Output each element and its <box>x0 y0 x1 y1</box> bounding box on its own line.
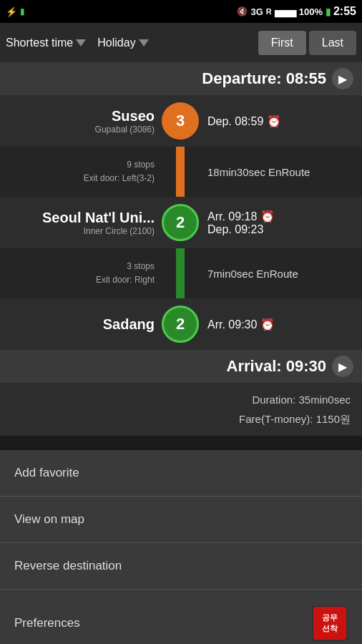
mute-icon: 🔇 <box>237 6 248 16</box>
sadang-badge: 2 <box>162 306 199 343</box>
filter-holiday-dropdown-icon <box>139 39 149 47</box>
summary-section: Duration: 35min0sec Fare(T-money): 1150원 <box>0 383 362 436</box>
station-snu-row: Seoul Nat'l Uni... Inner Circle (2100) 2… <box>0 197 362 248</box>
last-button[interactable]: Last <box>309 31 356 55</box>
duration-text: Duration: 35min0sec <box>11 390 351 409</box>
segment-1-stops: 9 stops Exit door: Left(3-2) <box>0 158 162 185</box>
suseo-dep-time: Dep. 08:59 ⏰ <box>207 114 362 128</box>
arrival-header: Arrival: 09:30 ▶ <box>0 350 362 383</box>
station-suseo-row: Suseo Gupabal (3086) 3 Dep. 08:59 ⏰ <box>0 95 362 147</box>
suseo-clock-icon: ⏰ <box>267 115 281 127</box>
snu-info: Seoul Nat'l Uni... Inner Circle (2100) <box>0 210 162 236</box>
departure-header: Departure: 08:55 ▶ <box>0 62 362 95</box>
nav-bar: Shortest time Holiday First Last <box>0 23 362 62</box>
network-label: 3G <box>250 6 263 17</box>
filter-shortest-label: Shortest time <box>6 36 73 49</box>
sadang-arr-time: Arr. 09:30 ⏰ <box>207 318 362 331</box>
preferences-item[interactable]: Preferences 공무 선착 <box>0 590 362 644</box>
fare-text: Fare(T-money): 1150원 <box>11 409 351 429</box>
segment-2-enroute: 7min0sec EnRoute <box>199 268 362 280</box>
segment-2-line-container <box>162 248 199 298</box>
roaming-label: R <box>266 7 272 16</box>
sadang-line-num: 2 <box>176 315 185 333</box>
sadang-time: Arr. 09:30 ⏰ <box>199 318 362 331</box>
snu-dep-time: Dep. 09:23 <box>207 223 362 236</box>
segment-2-line <box>176 248 185 298</box>
ad-logo: 공무 선착 <box>313 607 346 640</box>
ad-panel: 공무 선착 <box>312 605 348 641</box>
nav-filter: Shortest time Holiday <box>6 36 253 49</box>
sadang-name: Sadang <box>0 316 155 333</box>
filter-holiday-label: Holiday <box>97 36 135 49</box>
battery-label: 100% <box>299 6 323 17</box>
status-left: ⚡ ▮ <box>6 6 25 17</box>
suseo-sub: Gupabal (3086) <box>0 125 155 135</box>
snu-sub: Inner Circle (2100) <box>0 226 155 236</box>
suseo-time: Dep. 08:59 ⏰ <box>199 114 362 128</box>
segment-1-line-container <box>162 147 199 197</box>
departure-label: Departure: 08:55 <box>202 69 326 88</box>
battery-icon: ▮ <box>326 6 331 17</box>
filter-holiday[interactable]: Holiday <box>97 36 148 49</box>
segment-2-stops: 3 stops Exit door: Right <box>0 260 162 287</box>
snu-time: Arr. 09:18 ⏰ Dep. 09:23 <box>199 210 362 236</box>
segment-1-line <box>176 147 185 197</box>
segment-1-enroute: 18min30sec EnRoute <box>199 166 362 178</box>
snu-line-num: 2 <box>176 213 185 232</box>
view-on-map-item[interactable]: View on map <box>0 497 362 543</box>
nav-buttons: First Last <box>258 31 356 55</box>
suseo-info: Suseo Gupabal (3086) <box>0 108 162 135</box>
reverse-destination-item[interactable]: Reverse destination <box>0 543 362 590</box>
time-display: 2:55 <box>333 5 356 18</box>
snu-arr-time: Arr. 09:18 ⏰ <box>207 210 362 223</box>
snu-name: Seoul Nat'l Uni... <box>0 210 155 226</box>
arrival-label: Arrival: 09:30 <box>227 357 326 376</box>
battery-small-icon: ▮ <box>20 6 25 16</box>
status-right: 🔇 3G R ▅▅▅ 100% ▮ 2:55 <box>237 5 356 18</box>
filter-shortest-dropdown-icon <box>76 39 86 47</box>
segment-1-row: 9 stops Exit door: Left(3-2) 18min30sec … <box>0 147 362 197</box>
segment-2-row: 3 stops Exit door: Right 7min0sec EnRout… <box>0 248 362 298</box>
filter-shortest[interactable]: Shortest time <box>6 36 86 49</box>
context-menu: Add favorite View on map Reverse destina… <box>0 450 362 644</box>
first-button[interactable]: First <box>258 31 306 55</box>
snu-arr-clock-icon: ⏰ <box>260 210 275 223</box>
sadang-info: Sadang <box>0 316 162 333</box>
snu-badge: 2 <box>162 204 199 241</box>
divider <box>0 436 362 450</box>
suseo-badge: 3 <box>162 102 199 140</box>
station-sadang-row: Sadang 2 Arr. 09:30 ⏰ <box>0 298 362 350</box>
suseo-line-num: 3 <box>176 112 185 130</box>
arrival-next-button[interactable]: ▶ <box>332 356 353 377</box>
status-bar: ⚡ ▮ 🔇 3G R ▅▅▅ 100% ▮ 2:55 <box>0 0 362 23</box>
suseo-name: Suseo <box>0 108 155 125</box>
signal-icon: ▅▅▅ <box>275 6 296 17</box>
usb-icon: ⚡ <box>6 6 17 17</box>
add-favorite-item[interactable]: Add favorite <box>0 450 362 497</box>
sadang-clock-icon: ⏰ <box>260 318 275 331</box>
departure-next-button[interactable]: ▶ <box>332 68 353 89</box>
